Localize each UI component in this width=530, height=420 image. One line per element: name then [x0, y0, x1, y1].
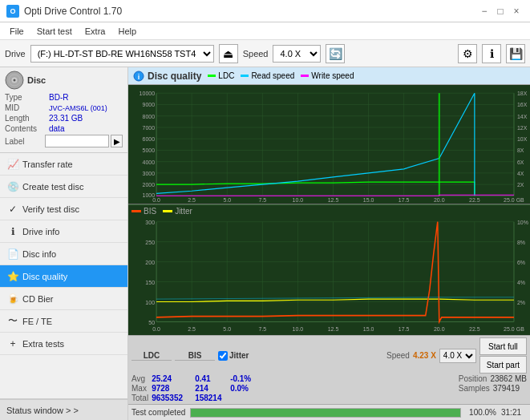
- svg-point-2: [14, 79, 16, 82]
- jitter-legend: Jitter: [163, 207, 192, 216]
- menu-start-test[interactable]: Start test: [30, 25, 79, 38]
- svg-text:6%: 6%: [517, 258, 525, 266]
- menu-help[interactable]: Help: [111, 25, 143, 38]
- nav-disc-quality-label: Disc quality: [22, 272, 67, 281]
- jitter-checkbox-group: Jitter: [218, 351, 249, 361]
- close-button[interactable]: ×: [509, 4, 524, 18]
- nav-transfer-rate[interactable]: 📈 Transfer rate: [0, 153, 127, 176]
- disc-length-value: 23.31 GB: [49, 114, 83, 123]
- start-full-button[interactable]: Start full: [479, 337, 527, 355]
- bis-legend-label: BIS: [144, 207, 156, 216]
- svg-text:15.0: 15.0: [363, 325, 374, 333]
- start-part-button[interactable]: Start part: [479, 356, 527, 374]
- row-labels: Avg Max Total: [131, 374, 148, 402]
- nav-fe-te-label: FE / TE: [22, 317, 52, 326]
- svg-text:5.0: 5.0: [223, 325, 231, 333]
- eject-button[interactable]: ⏏: [219, 44, 238, 63]
- write-speed-dot: [301, 75, 309, 77]
- svg-text:4%: 4%: [517, 278, 525, 286]
- disc-quality-icon: i: [133, 71, 144, 82]
- disc-label-btn[interactable]: ▶: [111, 135, 123, 147]
- settings-button[interactable]: ⚙: [458, 44, 477, 63]
- disc-type-value: BD-R: [49, 93, 68, 102]
- disc-section-label: Disc: [27, 75, 46, 85]
- svg-text:100: 100: [145, 298, 155, 306]
- nav-cd-bier[interactable]: 🍺 CD Bier: [0, 288, 127, 310]
- ldc-dot: [208, 75, 216, 77]
- svg-text:14X: 14X: [517, 114, 528, 119]
- nav-extra-tests[interactable]: + Extra tests: [0, 333, 127, 355]
- svg-text:8000: 8000: [142, 114, 155, 119]
- dq-legend: LDC Read speed Write speed: [208, 71, 354, 80]
- charts-container: 10000 9000 8000 7000 6000 5000 4000 3000…: [128, 85, 530, 335]
- avg-label: Avg: [131, 374, 148, 383]
- svg-text:5000: 5000: [142, 147, 155, 153]
- avg-ldc: 25.24: [152, 374, 192, 383]
- bis-dot: [131, 210, 141, 212]
- menu-file[interactable]: File: [3, 25, 30, 38]
- minimize-button[interactable]: −: [477, 4, 492, 18]
- nav-create-test-disc[interactable]: 💿 Create test disc: [0, 176, 127, 198]
- nav-cd-bier-label: CD Bier: [22, 294, 54, 304]
- disc-icon: [5, 71, 24, 90]
- svg-text:8%: 8%: [517, 238, 525, 246]
- position-samples: Position 23862 MB Samples 379419: [459, 374, 527, 402]
- disc-quality-header: i Disc quality LDC Read speed Write spee…: [128, 67, 530, 85]
- svg-text:10000: 10000: [140, 91, 156, 96]
- bis-values: 0.41 214 158214: [195, 374, 227, 402]
- nav-drive-info[interactable]: ℹ Drive info: [0, 220, 127, 243]
- status-window[interactable]: Status window > >: [0, 399, 127, 420]
- disc-contents-row: Contents data: [5, 124, 123, 133]
- svg-text:0.0: 0.0: [152, 325, 160, 333]
- svg-text:25.0 GB: 25.0 GB: [504, 325, 524, 333]
- sidebar-bottom: Status window > >: [0, 398, 127, 420]
- svg-text:20.0: 20.0: [434, 197, 445, 203]
- drive-select[interactable]: (F:) HL-DT-ST BD-RE WH16NS58 TST4: [30, 45, 214, 63]
- nav-verify-test-disc[interactable]: ✓ Verify test disc: [0, 198, 127, 220]
- position-value: 23862 MB: [490, 374, 527, 383]
- disc-mid-row: MID JVC-AMS6L (001): [5, 103, 123, 112]
- verify-disc-icon: ✓: [6, 203, 19, 216]
- cd-bier-icon: 🍺: [6, 293, 19, 305]
- info-button[interactable]: ℹ: [482, 44, 501, 63]
- menu-bar: File Start test Extra Help: [0, 22, 530, 40]
- nav-disc-info[interactable]: 📄 Disc info: [0, 243, 127, 265]
- nav-disc-quality[interactable]: ⭐ Disc quality: [0, 265, 127, 288]
- jitter-header: Jitter: [229, 351, 249, 360]
- refresh-button[interactable]: 🔄: [326, 44, 345, 63]
- svg-text:2000: 2000: [142, 182, 155, 188]
- speed-stat-select[interactable]: 4.0 X: [439, 349, 476, 363]
- svg-text:20.0: 20.0: [434, 325, 445, 333]
- bottom-chart: 300 250 200 150 100 50 10% 8% 6% 4% 2% 0…: [128, 217, 530, 336]
- disc-label-row: Label ▶: [5, 135, 123, 147]
- jitter-checkbox[interactable]: [218, 351, 228, 361]
- svg-text:4000: 4000: [142, 160, 155, 165]
- speed-label: Speed: [243, 49, 269, 59]
- speed-select[interactable]: 4.0 X 1.0 X 2.0 X 8.0 X: [273, 45, 321, 63]
- legend-ldc: LDC: [208, 71, 234, 80]
- maximize-button[interactable]: □: [493, 4, 508, 18]
- transfer-rate-icon: 📈: [6, 158, 19, 171]
- svg-text:2X: 2X: [517, 182, 524, 188]
- svg-text:12X: 12X: [517, 125, 528, 131]
- nav-fe-te[interactable]: 〜 FE / TE: [0, 310, 127, 333]
- disc-contents-label: Contents: [5, 124, 49, 133]
- extra-tests-icon: +: [6, 337, 19, 350]
- disc-mid-value: JVC-AMS6L (001): [49, 104, 107, 112]
- svg-text:150: 150: [145, 278, 155, 286]
- menu-extra[interactable]: Extra: [79, 25, 112, 38]
- bottom-chart-svg: 300 250 200 150 100 50 10% 8% 6% 4% 2% 0…: [128, 217, 530, 336]
- progress-bar-outer: [190, 408, 461, 418]
- svg-text:300: 300: [145, 218, 155, 226]
- disc-label-label: Label: [5, 137, 45, 146]
- stats-bis-col: BIS: [175, 351, 215, 361]
- svg-text:0.0: 0.0: [152, 197, 160, 203]
- ldc-header: LDC: [131, 351, 172, 361]
- disc-label-input[interactable]: [45, 135, 109, 147]
- max-label: Max: [131, 384, 148, 393]
- bis-header: BIS: [175, 351, 215, 361]
- save-button[interactable]: 💾: [506, 44, 525, 63]
- nav-items: 📈 Transfer rate 💿 Create test disc ✓ Ver…: [0, 153, 127, 398]
- svg-text:10X: 10X: [517, 136, 528, 142]
- svg-text:7.5: 7.5: [258, 325, 266, 333]
